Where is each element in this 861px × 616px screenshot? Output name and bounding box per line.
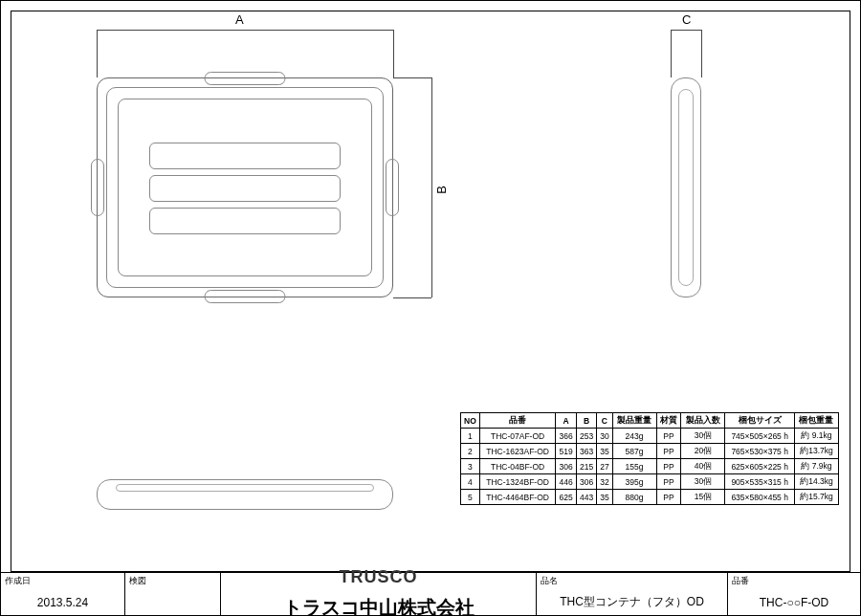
table-cell: PP (656, 490, 681, 505)
table-cell: PP (656, 474, 681, 490)
table-cell: 745×505×265 h (725, 429, 794, 444)
table-cell: 3 (461, 459, 480, 474)
table-header: 品番 (479, 413, 555, 429)
table-cell: 765×530×375 h (725, 444, 794, 459)
table-cell: 35 (597, 490, 612, 505)
table-cell: 625×605×225 h (725, 459, 794, 474)
table-cell: 40個 (681, 459, 725, 474)
table-cell: PP (656, 429, 681, 444)
dimension-line-b (431, 77, 432, 297)
table-header: C (597, 413, 612, 429)
table-cell: 443 (576, 490, 597, 505)
table-cell: 905×535×315 h (725, 474, 794, 490)
table-cell: THC-4464BF-OD (479, 490, 555, 505)
table-cell: 243g (612, 429, 656, 444)
company-logo: TRUSCO トラスコ中山株式会社 (221, 573, 537, 615)
table-cell: 1 (461, 429, 480, 444)
table-header: 製品入数 (681, 413, 725, 429)
product-name-label: 品名 (537, 573, 727, 589)
table-cell: 253 (576, 429, 597, 444)
logo-company-jp: トラスコ中山株式会社 (283, 595, 475, 616)
product-number-value: THC-○○F-OD (728, 589, 860, 615)
table-cell: 15個 (681, 490, 725, 505)
table-cell: THC-07AF-OD (479, 429, 555, 444)
table-cell: 363 (576, 444, 597, 459)
table-header: 製品重量 (612, 413, 656, 429)
table-cell: THC-1623AF-OD (479, 444, 555, 459)
table-cell: 約14.3kg (794, 474, 838, 490)
parts-table: NO品番ABC製品重量材質製品入数梱包サイズ梱包重量 1THC-07AF-OD3… (460, 412, 839, 505)
dimension-ext-c1 (671, 30, 672, 77)
inspect-label: 検図 (125, 573, 220, 589)
dimension-ext-a1 (97, 30, 98, 77)
dimension-line-a (97, 30, 393, 31)
table-header: NO (461, 413, 480, 429)
table-cell: 30個 (681, 429, 725, 444)
table-cell: THC-1324BF-OD (479, 474, 555, 490)
table-cell: 35 (597, 444, 612, 459)
table-cell: 366 (556, 429, 577, 444)
table-cell: 2 (461, 444, 480, 459)
lid-side-view (671, 77, 701, 297)
lid-clip-bottom (205, 290, 286, 303)
table-cell: 635×580×455 h (725, 490, 794, 505)
lid-clip-right (386, 159, 399, 216)
lid-profile-view (97, 479, 393, 510)
table-cell: 215 (576, 459, 597, 474)
table-cell: 30 (597, 429, 612, 444)
table-cell: 32 (597, 474, 612, 490)
drawing-sheet: A B C NO品番ABC製品重量材質製品入数梱包サイズ梱包重量 1THC-07… (0, 0, 861, 616)
dimension-label-a: A (235, 12, 244, 27)
table-cell: 30個 (681, 474, 725, 490)
table-cell: 155g (612, 459, 656, 474)
lid-slot (149, 208, 341, 234)
dimension-label-c: C (682, 12, 691, 27)
profile-inner (116, 484, 374, 492)
inspect-value (125, 589, 220, 615)
table-cell: 約 7.9kg (794, 459, 838, 474)
table-row: 4THC-1324BF-OD44630632395gPP30個905×535×3… (461, 474, 839, 490)
table-cell: 27 (597, 459, 612, 474)
dimension-ext-b2 (393, 297, 431, 298)
lid-clip-top (205, 72, 286, 85)
date-label: 作成日 (1, 573, 124, 589)
lid-top-view (97, 77, 393, 297)
table-cell: 446 (556, 474, 577, 490)
table-header: 材質 (656, 413, 681, 429)
dimension-line-c (671, 30, 701, 31)
product-name-value: THC型コンテナ（フタ）OD (537, 589, 727, 615)
product-number-label: 品番 (728, 573, 860, 589)
table-cell: 306 (576, 474, 597, 490)
table-row: 3THC-04BF-OD30621527155gPP40個625×605×225… (461, 459, 839, 474)
table-cell: 306 (556, 459, 577, 474)
table-row: 1THC-07AF-OD36625330243gPP30個745×505×265… (461, 429, 839, 444)
title-block: 作成日 2013.5.24 検図 TRUSCO トラスコ中山株式会社 品名 TH… (1, 572, 860, 615)
table-cell: 約13.7kg (794, 444, 838, 459)
table-header: A (556, 413, 577, 429)
table-header: B (576, 413, 597, 429)
table-cell: 5 (461, 490, 480, 505)
table-header: 梱包重量 (794, 413, 838, 429)
table-row: 2THC-1623AF-OD51936335587gPP20個765×530×3… (461, 444, 839, 459)
date-value: 2013.5.24 (1, 589, 124, 615)
logo-trusco: TRUSCO (340, 567, 418, 587)
table-cell: PP (656, 444, 681, 459)
table-cell: 587g (612, 444, 656, 459)
dimension-ext-c2 (701, 30, 702, 77)
table-cell: 20個 (681, 444, 725, 459)
lid-slot (149, 175, 341, 202)
lid-clip-left (91, 159, 104, 216)
table-cell: 4 (461, 474, 480, 490)
table-cell: THC-04BF-OD (479, 459, 555, 474)
table-cell: PP (656, 459, 681, 474)
dimension-label-b: B (434, 186, 449, 194)
table-cell: 約15.7kg (794, 490, 838, 505)
table-cell: 519 (556, 444, 577, 459)
table-cell: 880g (612, 490, 656, 505)
table-cell: 約 9.1kg (794, 429, 838, 444)
dimension-ext-a2 (393, 30, 394, 77)
table-header: 梱包サイズ (725, 413, 794, 429)
table-row: 5THC-4464BF-OD62544335880gPP15個635×580×4… (461, 490, 839, 505)
side-inner (678, 89, 694, 286)
table-cell: 395g (612, 474, 656, 490)
